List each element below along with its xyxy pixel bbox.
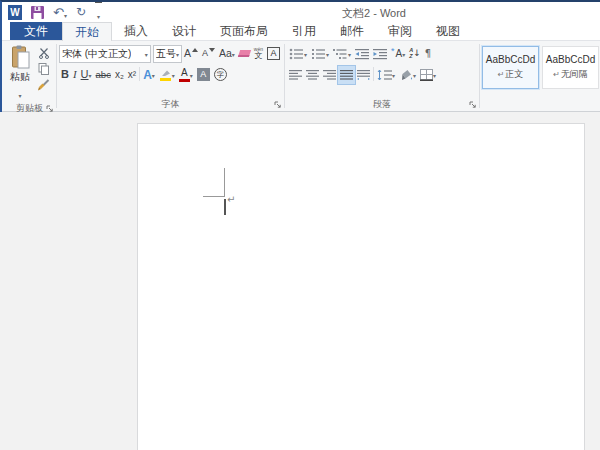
grow-arrow-icon — [192, 48, 198, 52]
asian-layout-icon: A — [391, 49, 402, 59]
tab-insert[interactable]: 插入 — [112, 22, 160, 40]
font-dialog-launcher[interactable] — [274, 101, 282, 109]
paragraph-dialog-launcher[interactable] — [469, 101, 477, 109]
styles-gallery: AaBbCcDd ↵ 正文 AaBbCcDd ↵ 无间隔 — [482, 43, 599, 97]
undo-dropdown-caret[interactable] — [64, 3, 67, 22]
tab-home[interactable]: 开始 — [62, 22, 112, 41]
tab-review[interactable]: 审阅 — [376, 22, 424, 40]
increase-indent-button[interactable] — [371, 45, 389, 63]
undo-button[interactable]: ↶ — [53, 3, 67, 22]
multilevel-list-button[interactable] — [331, 45, 353, 63]
italic-button[interactable]: I — [71, 66, 79, 84]
bullets-button[interactable] — [287, 45, 309, 63]
qat-dropdown-caret — [97, 4, 100, 23]
multilevel-list-icon — [333, 48, 348, 60]
style-card-no-spacing[interactable]: AaBbCcDd ↵ 无间隔 — [542, 46, 599, 89]
grow-font-button[interactable]: A — [182, 45, 200, 63]
paragraph-group-label: 段落 — [373, 98, 391, 111]
font-size-select[interactable]: 五号 — [153, 45, 182, 63]
paragraph-group: A AZ ↓ ¶ — [286, 42, 478, 111]
font-group: 宋体 (中文正文) 五号 A A Aa — [58, 42, 283, 111]
paste-button[interactable]: 粘贴 — [5, 43, 35, 102]
font-group-label: 字体 — [161, 98, 179, 111]
character-border-icon: A — [267, 47, 280, 60]
multilevel-caret — [348, 48, 351, 59]
superscript-button[interactable]: x² — [126, 66, 138, 84]
numbered-list-icon — [311, 48, 326, 60]
insertion-caret — [224, 199, 226, 215]
eraser-icon — [238, 50, 251, 57]
strikethrough-button[interactable]: abc — [94, 66, 113, 84]
shrink-arrow-icon — [209, 48, 215, 52]
document-page[interactable]: ↵ — [137, 123, 585, 450]
enclose-characters-button[interactable]: 字 — [212, 66, 229, 84]
copy-button[interactable] — [35, 62, 52, 76]
justify-icon — [340, 69, 353, 80]
save-icon — [31, 6, 44, 19]
show-hide-marks-button[interactable]: ¶ — [423, 45, 433, 63]
customize-qat-button[interactable] — [95, 2, 102, 23]
line-spacing-icon — [377, 69, 392, 81]
character-border-button[interactable]: A — [265, 45, 282, 63]
word-app-icon[interactable]: W — [5, 5, 22, 20]
change-case-button[interactable]: Aa — [217, 45, 237, 63]
tab-references[interactable]: 引用 — [280, 22, 328, 40]
line-spacing-button[interactable] — [375, 66, 397, 84]
asian-layout-button[interactable]: A — [389, 45, 407, 63]
underline-button[interactable]: U — [79, 66, 94, 84]
ribbon-tab-bar: 文件 开始 插入 设计 页面布局 引用 邮件 审阅 视图 — [2, 22, 600, 41]
align-center-button[interactable] — [304, 66, 321, 84]
window-title: 文档2 - Word — [342, 6, 406, 21]
font-color-caret — [190, 69, 193, 80]
align-center-icon — [306, 69, 319, 80]
style-card-normal[interactable]: AaBbCcDd ↵ 正文 — [482, 46, 539, 89]
enclosed-character-icon: 字 — [214, 68, 227, 81]
asian-layout-caret — [402, 48, 405, 59]
borders-grid-icon — [420, 69, 433, 81]
borders-caret — [433, 69, 436, 80]
save-button[interactable] — [31, 6, 44, 19]
align-right-button[interactable] — [321, 66, 338, 84]
qat-bar-icon — [95, 2, 102, 3]
tab-view[interactable]: 视图 — [424, 22, 472, 40]
font-color-button[interactable]: A — [177, 66, 195, 84]
group-separator — [56, 44, 57, 108]
bullet-list-icon — [289, 48, 304, 60]
redo-button[interactable]: ↻ — [76, 6, 86, 18]
font-size-caret — [176, 48, 179, 59]
highlight-caret — [172, 69, 175, 80]
distribute-button[interactable] — [355, 66, 372, 84]
paste-dropdown-caret[interactable] — [18, 84, 21, 102]
subscript-button[interactable]: x₂ — [113, 66, 126, 84]
paragraph-mark: ↵ — [227, 194, 235, 205]
pinyin-icon: wén 文 — [254, 47, 263, 60]
font-color-icon: A — [179, 68, 190, 82]
borders-button[interactable] — [418, 66, 438, 84]
format-painter-button[interactable] — [35, 78, 52, 92]
clear-formatting-button[interactable] — [237, 45, 252, 63]
tab-file[interactable]: 文件 — [10, 22, 62, 40]
text-effects-button[interactable]: A — [141, 66, 157, 84]
clipboard-group: 粘贴 — [4, 42, 55, 111]
font-family-select[interactable]: 宋体 (中文正文) — [59, 45, 151, 63]
align-right-icon — [323, 69, 336, 80]
shrink-font-button[interactable]: A — [200, 45, 217, 63]
bold-button[interactable]: B — [59, 66, 71, 84]
change-case-caret — [232, 48, 235, 59]
shading-caret — [413, 69, 416, 80]
decrease-indent-button[interactable] — [353, 45, 371, 63]
phonetic-guide-button[interactable]: wén 文 — [252, 45, 265, 63]
window-header: W ↶ ↻ 文档2 - Word — [0, 0, 600, 112]
numbering-button[interactable] — [309, 45, 331, 63]
text-highlight-button[interactable] — [157, 66, 177, 84]
cut-button[interactable] — [35, 46, 52, 60]
sort-button[interactable]: AZ ↓ — [407, 45, 423, 63]
justify-button[interactable] — [338, 66, 355, 84]
align-left-button[interactable] — [287, 66, 304, 84]
tab-mailings[interactable]: 邮件 — [328, 22, 376, 40]
shading-button[interactable] — [397, 66, 418, 84]
tab-page-layout[interactable]: 页面布局 — [208, 22, 280, 40]
character-shading-button[interactable]: A — [195, 66, 212, 84]
undo-icon: ↶ — [53, 6, 64, 19]
tab-design[interactable]: 设计 — [160, 22, 208, 40]
